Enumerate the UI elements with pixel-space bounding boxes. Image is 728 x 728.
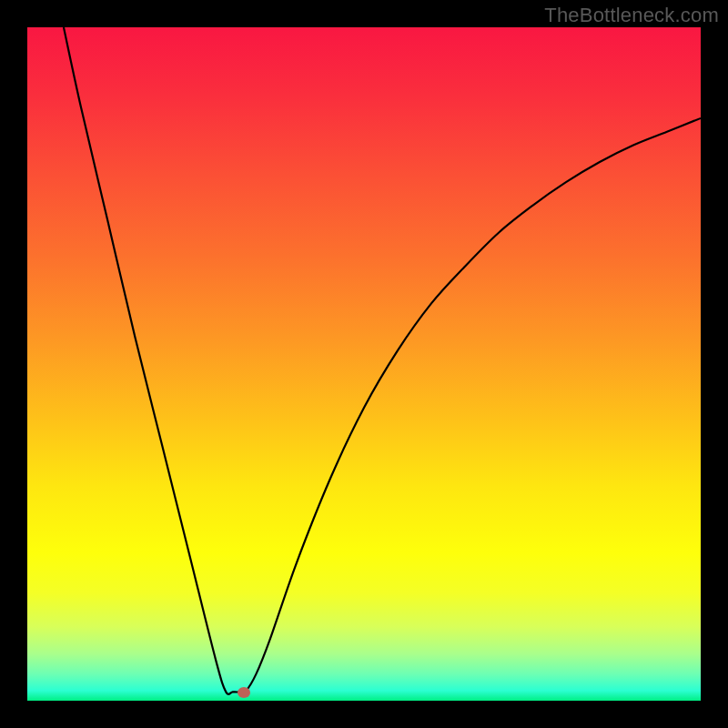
plot-area [27, 27, 701, 701]
watermark-text: TheBottleneck.com [544, 4, 719, 27]
bottleneck-curve [64, 27, 701, 694]
optimal-point-marker [238, 687, 250, 698]
chart-frame: TheBottleneck.com [0, 0, 728, 728]
curve-layer [27, 27, 701, 701]
